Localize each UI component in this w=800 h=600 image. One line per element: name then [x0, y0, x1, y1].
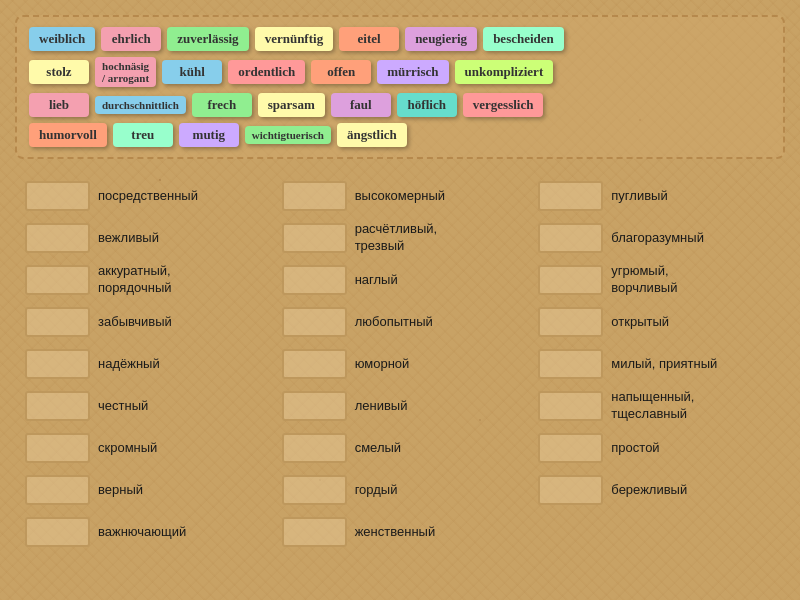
answer-box[interactable] — [282, 307, 347, 337]
sticky-note-vernuenftig[interactable]: vernünftig — [255, 27, 334, 51]
matching-text: верный — [98, 482, 143, 499]
matching-text: посредственный — [98, 188, 198, 205]
main-content: weiblich ehrlich zuverlässig vernünftig … — [0, 0, 800, 566]
sticky-note-ordentlich[interactable]: ordentlich — [228, 60, 305, 84]
matching-text: честный — [98, 398, 148, 415]
sticky-note-wichtigtuerisch[interactable]: wichtigtuerisch — [245, 126, 331, 144]
sticky-note-zuverlaessig[interactable]: zuverlässig — [167, 27, 248, 51]
matching-row: честный — [25, 387, 262, 425]
answer-box[interactable] — [538, 265, 603, 295]
sticky-note-bescheiden[interactable]: bescheiden — [483, 27, 564, 51]
matching-text: аккуратный,порядочный — [98, 263, 171, 297]
matching-text: благоразумный — [611, 230, 704, 247]
sticky-note-faul[interactable]: faul — [331, 93, 391, 117]
sticky-notes-area: weiblich ehrlich zuverlässig vernünftig … — [15, 15, 785, 159]
answer-box[interactable] — [282, 391, 347, 421]
matching-row: бережливый — [538, 471, 775, 509]
matching-row: наглый — [282, 261, 519, 299]
sticky-note-eitel[interactable]: eitel — [339, 27, 399, 51]
answer-box[interactable] — [25, 181, 90, 211]
matching-text: открытый — [611, 314, 669, 331]
matching-row: благоразумный — [538, 219, 775, 257]
sticky-note-hochnaesig[interactable]: hochnäsig/ arrogant — [95, 57, 156, 87]
matching-row: высокомерный — [282, 177, 519, 215]
matching-column-1: посредственный вежливый аккуратный,поряд… — [25, 177, 262, 551]
matching-row: юморной — [282, 345, 519, 383]
matching-text: наглый — [355, 272, 398, 289]
sticky-note-durchschnittlich[interactable]: durchschnittlich — [95, 96, 186, 114]
matching-row: милый, приятный — [538, 345, 775, 383]
sticky-row-3: lieb durchschnittlich frech sparsam faul… — [29, 93, 771, 117]
sticky-note-sparsam[interactable]: sparsam — [258, 93, 325, 117]
answer-box[interactable] — [282, 223, 347, 253]
matching-row: посредственный — [25, 177, 262, 215]
matching-column-2: высокомерный расчётливый,трезвый наглый … — [282, 177, 519, 551]
sticky-note-mutig[interactable]: mutig — [179, 123, 239, 147]
answer-box[interactable] — [282, 265, 347, 295]
sticky-note-frech[interactable]: frech — [192, 93, 252, 117]
matching-row: пугливый — [538, 177, 775, 215]
matching-exercise: посредственный вежливый аккуратный,поряд… — [15, 177, 785, 551]
answer-box[interactable] — [538, 475, 603, 505]
matching-row: расчётливый,трезвый — [282, 219, 519, 257]
answer-box[interactable] — [538, 391, 603, 421]
answer-box[interactable] — [538, 349, 603, 379]
matching-text: смелый — [355, 440, 401, 457]
sticky-note-aengstlich[interactable]: ängstlich — [337, 123, 407, 147]
sticky-note-kuehl[interactable]: kühl — [162, 60, 222, 84]
sticky-note-unkompliziert[interactable]: unkompliziert — [455, 60, 554, 84]
answer-box[interactable] — [282, 181, 347, 211]
sticky-note-ehrlich[interactable]: ehrlich — [101, 27, 161, 51]
sticky-note-stolz[interactable]: stolz — [29, 60, 89, 84]
sticky-note-treu[interactable]: treu — [113, 123, 173, 147]
matching-text: простой — [611, 440, 659, 457]
matching-row: верный — [25, 471, 262, 509]
matching-row: смелый — [282, 429, 519, 467]
matching-text: юморной — [355, 356, 410, 373]
matching-text: надёжный — [98, 356, 160, 373]
matching-row: открытый — [538, 303, 775, 341]
sticky-note-vergesslich[interactable]: vergesslich — [463, 93, 544, 117]
matching-text: бережливый — [611, 482, 687, 499]
sticky-note-humorvoll[interactable]: humorvoll — [29, 123, 107, 147]
matching-row: ленивый — [282, 387, 519, 425]
matching-text: угрюмый,ворчливый — [611, 263, 677, 297]
sticky-note-weiblich[interactable]: weiblich — [29, 27, 95, 51]
answer-box[interactable] — [538, 181, 603, 211]
matching-text: забывчивый — [98, 314, 172, 331]
answer-box[interactable] — [538, 307, 603, 337]
answer-box[interactable] — [25, 517, 90, 547]
matching-text: важнючающий — [98, 524, 186, 541]
matching-row: любопытный — [282, 303, 519, 341]
sticky-row-1: weiblich ehrlich zuverlässig vernünftig … — [29, 27, 771, 51]
answer-box[interactable] — [25, 349, 90, 379]
matching-row: надёжный — [25, 345, 262, 383]
answer-box[interactable] — [282, 475, 347, 505]
matching-row: важнючающий — [25, 513, 262, 551]
sticky-note-neugierig[interactable]: neugierig — [405, 27, 477, 51]
sticky-note-offen[interactable]: offen — [311, 60, 371, 84]
matching-text: милый, приятный — [611, 356, 717, 373]
answer-box[interactable] — [25, 433, 90, 463]
matching-row: аккуратный,порядочный — [25, 261, 262, 299]
answer-box[interactable] — [282, 517, 347, 547]
matching-row: скромный — [25, 429, 262, 467]
matching-row: женственный — [282, 513, 519, 551]
sticky-note-hoeflich[interactable]: höflich — [397, 93, 457, 117]
sticky-note-lieb[interactable]: lieb — [29, 93, 89, 117]
answer-box[interactable] — [25, 307, 90, 337]
answer-box[interactable] — [538, 433, 603, 463]
matching-row: простой — [538, 429, 775, 467]
answer-box[interactable] — [538, 223, 603, 253]
answer-box[interactable] — [282, 349, 347, 379]
matching-text: пугливый — [611, 188, 667, 205]
matching-row: забывчивый — [25, 303, 262, 341]
answer-box[interactable] — [25, 265, 90, 295]
answer-box[interactable] — [282, 433, 347, 463]
answer-box[interactable] — [25, 475, 90, 505]
answer-box[interactable] — [25, 391, 90, 421]
matching-text: высокомерный — [355, 188, 445, 205]
sticky-row-4: humorvoll treu mutig wichtigtuerisch äng… — [29, 123, 771, 147]
sticky-note-muerrisch[interactable]: mürrisch — [377, 60, 448, 84]
answer-box[interactable] — [25, 223, 90, 253]
